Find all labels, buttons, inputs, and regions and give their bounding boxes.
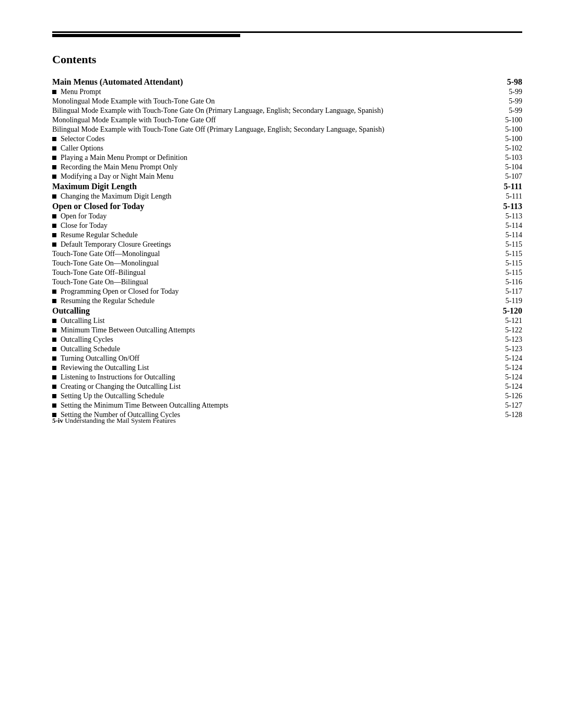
toc-row: Main Menus (Automated Attendant)5-98	[52, 77, 522, 87]
toc-row: Recording the Main Menu Prompt Only5-104	[52, 163, 522, 172]
level1-item: Resuming the Regular Schedule	[52, 296, 484, 306]
level2-item: Monolingual Mode Example with Touch-Tone…	[52, 115, 484, 125]
bullet-icon	[52, 290, 56, 294]
item-label: Monolingual Mode Example with Touch-Tone…	[52, 116, 216, 124]
level1-item: Minimum Time Between Outcalling Attempts	[52, 326, 484, 335]
page-number: 5-115	[484, 259, 522, 268]
level1-item: Menu Prompt	[52, 87, 484, 97]
item-label: Default Temporary Closure Greetings	[61, 240, 171, 249]
page-number: 5-123	[484, 335, 522, 344]
toc-row: Touch-Tone Gate On—Monolingual5-115	[52, 259, 522, 268]
toc-row: Programming Open or Closed for Today5-11…	[52, 287, 522, 296]
toc-row: Turning Outcalling On/Off5-124	[52, 354, 522, 363]
item-label: Touch-Tone Gate Off–Bilingual	[52, 269, 146, 276]
level1-item: Outcalling List	[52, 316, 484, 326]
page-number: 5-127	[484, 401, 522, 410]
item-label: Creating or Changing the Outcalling List	[61, 383, 181, 391]
page-number: 5-100	[484, 125, 522, 134]
item-label: Outcalling Schedule	[61, 345, 120, 353]
page-number: 5-121	[484, 316, 522, 326]
top-rule-thin	[52, 31, 522, 33]
page-number: 5-117	[484, 287, 522, 296]
toc-row: Reviewing the Outcalling List5-124	[52, 363, 522, 373]
page-number: 5-115	[484, 268, 522, 278]
page-number: 5-120	[484, 306, 522, 316]
toc-row: Resuming the Regular Schedule5-119	[52, 296, 522, 306]
page-number: 5-98	[484, 77, 522, 87]
toc-row: Caller Options5-102	[52, 144, 522, 153]
bullet-icon	[52, 347, 56, 351]
item-label: Turning Outcalling On/Off	[61, 354, 139, 363]
level1-item: Outcalling Schedule	[52, 344, 484, 354]
bullet-icon	[52, 403, 56, 408]
page-number: 5-104	[484, 163, 522, 172]
item-label: Touch-Tone Gate Off—Monolingual	[52, 250, 160, 258]
footer-text: 5-iv Understanding the Mail System Featu…	[52, 417, 176, 425]
bullet-icon	[52, 137, 56, 141]
level1-item: Close for Today	[52, 221, 484, 230]
bullet-icon	[52, 90, 56, 94]
page-number: 5-100	[484, 115, 522, 125]
toc-row: Touch-Tone Gate On—Bilingual5-116	[52, 278, 522, 287]
page-number: 5-124	[484, 382, 522, 391]
item-label: Monolingual Mode Example with Touch-Tone…	[52, 97, 215, 105]
toc-row: Resume Regular Schedule5-114	[52, 230, 522, 240]
page-number: 5-99	[484, 87, 522, 97]
page-number: 5-124	[484, 363, 522, 373]
toc-row: Maximum Digit Length5-111	[52, 181, 522, 192]
bullet-icon	[52, 394, 56, 398]
page-number: 5-113	[484, 212, 522, 221]
item-label: Outcalling List	[61, 317, 104, 325]
level1-item: Reviewing the Outcalling List	[52, 363, 484, 373]
bullet-icon	[52, 385, 56, 389]
page-number: 5-124	[484, 354, 522, 363]
toc-row: Close for Today5-114	[52, 221, 522, 230]
bullet-icon	[52, 146, 56, 151]
level1-item: Programming Open or Closed for Today	[52, 287, 484, 296]
item-label: Listening to Instructions for Outcalling	[61, 373, 175, 382]
page-number: 5-99	[484, 97, 522, 106]
level1-item: Setting the Minimum Time Between Outcall…	[52, 401, 484, 410]
page-number: 5-126	[484, 391, 522, 401]
top-rule-thick	[52, 34, 240, 37]
bullet-icon	[52, 356, 56, 361]
page-number: 5-124	[484, 373, 522, 382]
toc-row: Playing a Main Menu Prompt or Definition…	[52, 153, 522, 163]
page-number: 5-122	[484, 326, 522, 335]
footer: 5-iv Understanding the Mail System Featu…	[52, 417, 522, 425]
page-number: 5-114	[484, 230, 522, 240]
item-label: Caller Options	[61, 144, 103, 153]
page-number: 5-111	[484, 181, 522, 192]
toc-row: Listening to Instructions for Outcalling…	[52, 373, 522, 382]
level1-item: Listening to Instructions for Outcalling	[52, 373, 484, 382]
level1-item: Outcalling Cycles	[52, 335, 484, 344]
bullet-icon	[52, 233, 56, 237]
bullet-icon	[52, 242, 56, 247]
item-label: Recording the Main Menu Prompt Only	[61, 163, 178, 171]
toc-row: Monolingual Mode Example with Touch-Tone…	[52, 97, 522, 106]
item-label: Touch-Tone Gate On—Bilingual	[52, 278, 148, 286]
page-number: 5-107	[484, 172, 522, 181]
level2-item: Bilingual Mode Example with Touch-Tone G…	[52, 125, 484, 134]
section-header: Maximum Digit Length	[52, 181, 484, 192]
page-number: 5-116	[484, 278, 522, 287]
item-label: Menu Prompt	[61, 88, 101, 96]
section-header: Outcalling	[52, 306, 484, 316]
page-number: 5-103	[484, 153, 522, 163]
toc-row: Default Temporary Closure Greetings5-115	[52, 240, 522, 249]
item-label: Bilingual Mode Example with Touch-Tone G…	[52, 107, 383, 114]
item-label: Open for Today	[61, 212, 107, 221]
level1-item: Playing a Main Menu Prompt or Definition	[52, 153, 484, 163]
toc-row: Bilingual Mode Example with Touch-Tone G…	[52, 125, 522, 134]
toc-row: Outcalling5-120	[52, 306, 522, 316]
bullet-icon	[52, 366, 56, 370]
toc-row: Open for Today5-113	[52, 212, 522, 221]
toc-row: Outcalling Cycles5-123	[52, 335, 522, 344]
page-number: 5-102	[484, 144, 522, 153]
item-label: Setting the Minimum Time Between Outcall…	[61, 401, 228, 410]
item-label: Programming Open or Closed for Today	[61, 287, 179, 296]
toc-row: Outcalling Schedule5-123	[52, 344, 522, 354]
level1-item: Creating or Changing the Outcalling List	[52, 382, 484, 391]
level2-item: Touch-Tone Gate On—Bilingual	[52, 278, 484, 287]
item-label: Reviewing the Outcalling List	[61, 364, 149, 372]
